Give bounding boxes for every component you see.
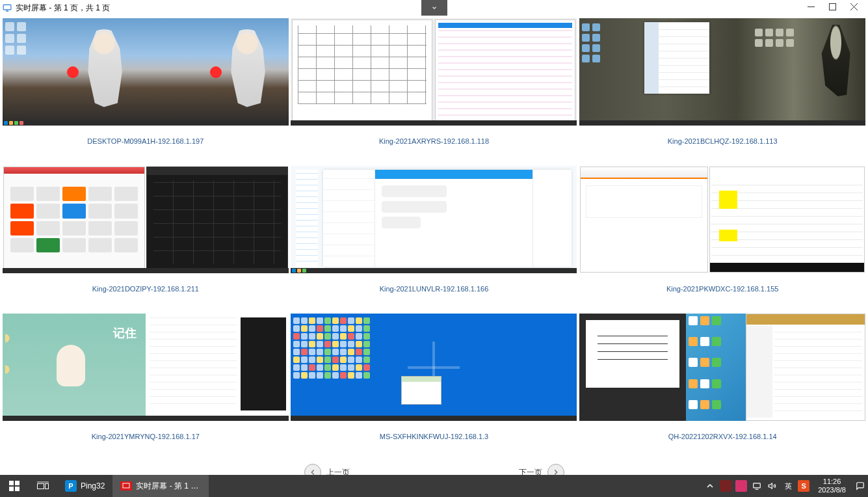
screen-cell: King-2021PKWDXC-192.168.1.155	[578, 166, 867, 314]
screen-thumbnail[interactable]	[579, 18, 865, 126]
svg-rect-7	[46, 484, 49, 489]
tray-app-icon[interactable]	[735, 480, 747, 492]
remote-screen-preview	[291, 18, 577, 126]
taskbar-app-label: 实时屏幕 - 第 1 页...	[136, 481, 201, 492]
screen-label: King-2021AXRYRS-192.168.1.118	[379, 126, 489, 145]
screen-label: King-2021BCLHQZ-192.168.1.113	[668, 126, 778, 145]
screen-thumbnail[interactable]	[3, 166, 289, 273]
taskbar: P Ping32 实时屏幕 - 第 1 页... 英 S 11:26 2023/…	[0, 475, 868, 497]
remote-screen-preview	[3, 18, 289, 126]
window-controls	[808, 3, 865, 12]
collapse-button[interactable]	[421, 0, 447, 16]
tray-clock[interactable]: 11:26 2023/8/8	[811, 477, 852, 494]
tray-ime-icon[interactable]: S	[798, 480, 809, 492]
svg-rect-6	[38, 484, 44, 489]
screen-cell: DESKTOP-M099A1H-192.168.1.197	[1, 18, 290, 166]
taskbar-left: P Ping32 实时屏幕 - 第 1 页...	[0, 475, 209, 497]
svg-rect-4	[9, 487, 14, 491]
system-tray: 英 S 11:26 2023/8/8	[702, 475, 868, 497]
task-view-button[interactable]	[29, 475, 57, 497]
tray-volume-icon[interactable]	[765, 475, 780, 497]
screen-label: King-2021PKWDXC-192.168.1.155	[666, 273, 778, 293]
realtime-screen-icon	[120, 481, 132, 490]
screen-thumbnail[interactable]	[291, 166, 577, 273]
close-button[interactable]	[850, 3, 858, 12]
screen-cell: King-2021DOZIPY-192.168.1.211	[1, 166, 290, 314]
task-view-icon	[37, 481, 49, 490]
remote-screen-preview	[579, 166, 865, 273]
content-area: DESKTOP-M099A1H-192.168.1.197 King-2021A…	[0, 16, 868, 475]
tray-network-icon[interactable]	[749, 475, 765, 497]
monitor-icon	[3, 3, 12, 12]
taskbar-app-label: Ping32	[81, 481, 105, 490]
remote-screen-preview	[579, 18, 865, 126]
monitor-icon	[752, 481, 761, 490]
svg-rect-5	[15, 487, 20, 491]
svg-marker-10	[769, 483, 772, 489]
svg-rect-3	[15, 481, 20, 485]
screen-label: King-2021DOZIPY-192.168.1.211	[92, 273, 199, 293]
start-button[interactable]	[0, 475, 29, 497]
taskbar-app-realtime-screen[interactable]: 实时屏幕 - 第 1 页...	[112, 475, 209, 497]
screen-label: King-2021YMRYNQ-192.168.1.17	[92, 421, 200, 440]
screen-grid: DESKTOP-M099A1H-192.168.1.197 King-2021A…	[1, 18, 867, 461]
svg-rect-0	[3, 5, 11, 10]
minimize-icon	[808, 3, 815, 10]
screen-label: King-2021LUNVLR-192.168.1.166	[380, 273, 489, 293]
chevron-down-icon	[430, 5, 439, 11]
screen-label: DESKTOP-M099A1H-192.168.1.197	[87, 126, 204, 145]
screen-cell: MS-SXFHKINKFWUJ-192.168.1.3	[290, 314, 579, 461]
svg-rect-9	[754, 483, 761, 488]
screen-cell: 记住 King-2021YMRYNQ-192.168.1.17	[1, 314, 290, 461]
remote-screen-preview: 记住	[3, 314, 289, 421]
remote-screen-preview	[3, 166, 289, 273]
minimize-button[interactable]	[808, 3, 815, 12]
window-title: 实时屏幕 - 第 1 页，共 1 页	[16, 3, 110, 14]
tray-time: 11:26	[818, 477, 846, 486]
tray-date: 2023/8/8	[818, 486, 846, 494]
screen-cell: King-2021LUNVLR-192.168.1.166	[290, 166, 579, 314]
screen-thumbnail[interactable]	[579, 314, 865, 421]
chevron-up-icon	[707, 483, 713, 489]
tray-ime-label[interactable]: 英	[780, 475, 796, 497]
screen-label: MS-SXFHKINKFWUJ-192.168.1.3	[380, 421, 489, 440]
maximize-icon	[829, 3, 836, 10]
maximize-button[interactable]	[829, 3, 836, 12]
tray-app-icon[interactable]	[720, 480, 731, 492]
screen-thumbnail[interactable]	[3, 18, 289, 126]
cartoon-banner-text: 记住	[113, 325, 137, 341]
screen-cell: QH-20221202RXVX-192.168.1.14	[578, 314, 867, 461]
svg-rect-8	[123, 483, 129, 488]
remote-screen-preview	[291, 314, 577, 421]
screen-thumbnail[interactable]	[291, 18, 577, 126]
titlebar: 实时屏幕 - 第 1 页，共 1 页	[0, 0, 868, 16]
taskbar-app-ping32[interactable]: P Ping32	[57, 475, 112, 497]
remote-screen-preview	[291, 166, 577, 273]
ping32-icon: P	[65, 480, 77, 492]
remote-screen-preview	[579, 314, 865, 421]
speaker-icon	[768, 481, 777, 490]
action-center-button[interactable]	[852, 475, 868, 497]
notification-icon	[856, 481, 865, 490]
close-icon	[850, 3, 858, 10]
svg-rect-1	[830, 4, 836, 10]
windows-icon	[9, 481, 20, 491]
svg-rect-2	[9, 481, 14, 485]
screen-thumbnail[interactable]	[579, 166, 865, 273]
screen-cell: King-2021AXRYRS-192.168.1.118	[290, 18, 579, 166]
screen-thumbnail[interactable]	[291, 314, 577, 421]
screen-label: QH-20221202RXVX-192.168.1.14	[668, 421, 777, 440]
screen-cell: King-2021BCLHQZ-192.168.1.113	[578, 18, 867, 166]
titlebar-left: 实时屏幕 - 第 1 页，共 1 页	[3, 3, 110, 14]
tray-overflow-button[interactable]	[702, 475, 718, 497]
screen-thumbnail[interactable]: 记住	[3, 314, 289, 421]
